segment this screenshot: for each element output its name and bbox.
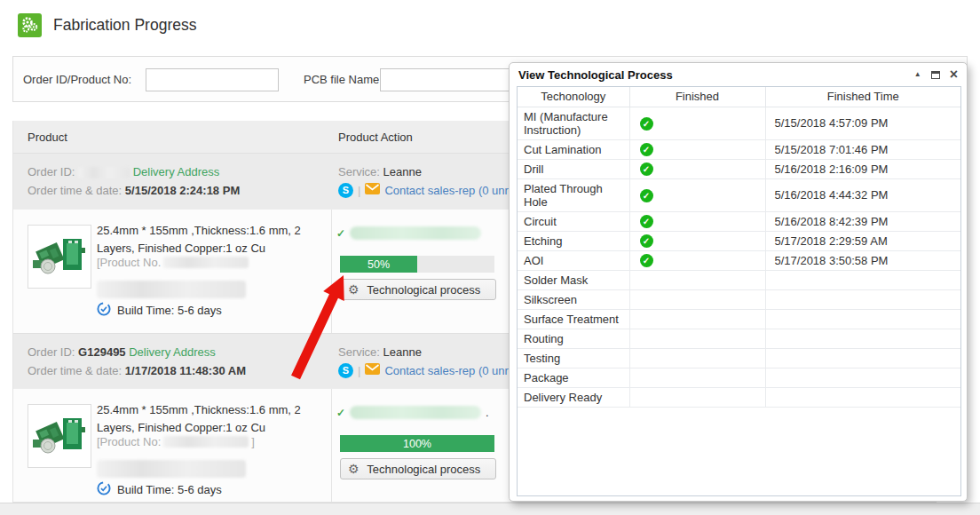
mail-icon[interactable] bbox=[365, 361, 380, 380]
process-row: Silkscreen bbox=[518, 289, 960, 309]
build-time-clock-icon bbox=[97, 481, 111, 498]
page-header: Fabrication Progress bbox=[18, 13, 196, 37]
delivery-address-link[interactable]: Delivery Address bbox=[133, 165, 220, 178]
process-finished-time bbox=[765, 289, 960, 309]
process-name: Solder Mask bbox=[518, 270, 629, 289]
process-finished-time bbox=[765, 387, 960, 407]
order-id-value: G129495 bbox=[78, 345, 126, 359]
progress-label: 50% bbox=[368, 258, 390, 271]
modal-title: View Technological Process bbox=[518, 68, 673, 82]
process-finished-time: 5/17/2018 3:50:58 PM bbox=[765, 250, 960, 270]
contact-sales-rep-link[interactable]: Contact sales-rep (0 unrea bbox=[384, 181, 521, 200]
process-table-body: MI (Manufacture Instruction) ✓ 5/15/2018… bbox=[518, 107, 960, 407]
build-time-text: Build Time: 5-6 days bbox=[117, 483, 222, 496]
product-no-close: ] bbox=[251, 435, 255, 448]
order-id-caption: Order ID: bbox=[28, 345, 75, 359]
process-name: Testing bbox=[518, 348, 629, 368]
process-row: Solder Mask bbox=[518, 270, 960, 289]
process-finished-cell: ✓ bbox=[629, 178, 765, 211]
page-title: Fabrication Progress bbox=[53, 16, 196, 35]
pcb-thumbnail bbox=[28, 404, 91, 468]
finished-check-icon: ✓ bbox=[640, 143, 653, 156]
process-name: Surface Treatment bbox=[518, 309, 629, 329]
finished-check-icon: ✓ bbox=[640, 162, 653, 176]
process-name: Silkscreen bbox=[518, 289, 629, 309]
process-name: Drill bbox=[518, 159, 629, 178]
technology-column-header: Techonology bbox=[518, 87, 629, 107]
process-finished-time bbox=[765, 270, 960, 289]
process-finished-cell: ✓ bbox=[629, 159, 765, 178]
pcb-thumbnail bbox=[28, 225, 91, 289]
pcb-file-label: PCB file Name: bbox=[304, 73, 383, 86]
process-name: Etching bbox=[518, 231, 629, 250]
skype-icon[interactable]: S bbox=[338, 183, 353, 198]
process-row: Surface Treatment bbox=[518, 309, 960, 329]
process-name: Delivery Ready bbox=[518, 387, 629, 407]
product-no-caption: [Product No. bbox=[97, 256, 161, 269]
process-row: Routing bbox=[518, 329, 960, 348]
process-row: Package bbox=[518, 368, 960, 387]
process-name: Circuit bbox=[518, 211, 629, 231]
technological-process-label: Technological process bbox=[360, 463, 488, 476]
process-name: MI (Manufacture Instruction) bbox=[518, 107, 629, 139]
finished-time-column-header: Finished Time bbox=[765, 87, 960, 107]
process-row: Plated Through Hole ✓ 5/16/2018 4:44:32 … bbox=[518, 178, 960, 211]
process-finished-cell bbox=[629, 387, 765, 407]
process-finished-cell: ✓ bbox=[629, 250, 765, 270]
process-finished-time: 5/15/2018 4:57:09 PM bbox=[765, 107, 960, 139]
process-finished-cell: ✓ bbox=[629, 211, 765, 231]
product-no-line: [Product No. bbox=[97, 256, 251, 269]
process-finished-time: 5/17/2018 2:29:59 AM bbox=[765, 231, 960, 250]
technological-process-button[interactable]: ⚙ Technological process bbox=[340, 458, 496, 479]
close-icon[interactable]: × bbox=[950, 67, 958, 82]
view-technological-process-modal: View Technological Process ▲ × Techonolo… bbox=[509, 62, 968, 502]
finished-check-icon: ✓ bbox=[640, 117, 653, 131]
redacted-product-no bbox=[163, 436, 249, 448]
process-finished-time bbox=[765, 309, 960, 329]
redacted-product-no bbox=[163, 257, 249, 268]
footer-strip bbox=[0, 503, 980, 515]
process-row: Drill ✓ 5/16/2018 2:16:09 PM bbox=[518, 159, 960, 178]
status-line: ✓ . bbox=[336, 406, 489, 419]
modal-titlebar: View Technological Process ▲ × bbox=[510, 63, 967, 86]
order-info: Order ID: G129495 Delivery Address Order… bbox=[28, 343, 246, 380]
progress-label: 100% bbox=[403, 438, 431, 450]
process-row: AOI ✓ 5/17/2018 3:50:58 PM bbox=[518, 250, 960, 270]
order-time-caption: Order time & date: bbox=[28, 364, 122, 377]
process-row: Cut Lamination ✓ 5/15/2018 7:01:46 PM bbox=[518, 139, 960, 159]
collapse-icon[interactable]: ▲ bbox=[914, 71, 921, 78]
technological-process-button[interactable]: ⚙ Technological process bbox=[340, 279, 496, 300]
progress-bar: 50% bbox=[340, 256, 494, 273]
process-row: Etching ✓ 5/17/2018 2:29:59 AM bbox=[518, 231, 960, 250]
maximize-icon[interactable] bbox=[931, 71, 940, 79]
status-check-icon: ✓ bbox=[336, 227, 345, 240]
service-name: Leanne bbox=[383, 165, 422, 178]
build-time-line: Build Time: 5-6 days bbox=[97, 302, 222, 319]
delivery-address-link[interactable]: Delivery Address bbox=[129, 345, 216, 359]
gear-icon: ⚙ bbox=[348, 463, 360, 475]
redacted-status-text bbox=[350, 226, 481, 240]
process-row: Testing bbox=[518, 348, 960, 368]
build-time-text: Build Time: 5-6 days bbox=[117, 304, 222, 317]
process-table-header-row: Techonology Finished Finished Time bbox=[518, 87, 960, 107]
status-check-icon: ✓ bbox=[336, 407, 345, 419]
order-id-input[interactable] bbox=[146, 68, 279, 91]
product-no-caption: [Product No: bbox=[97, 435, 161, 448]
service-caption: Service: bbox=[338, 165, 380, 178]
process-name: Package bbox=[518, 368, 629, 387]
process-finished-time: 5/16/2018 2:16:09 PM bbox=[765, 159, 960, 178]
process-name: Cut Lamination bbox=[518, 139, 629, 159]
mail-icon[interactable] bbox=[365, 181, 380, 200]
process-finished-cell bbox=[629, 289, 765, 309]
process-name: AOI bbox=[518, 250, 629, 270]
service-name: Leanne bbox=[383, 345, 422, 359]
product-specs: 25.4mm * 155mm ,Thickness:1.6 mm, 2 Laye… bbox=[97, 222, 329, 258]
contact-sales-rep-link[interactable]: Contact sales-rep (0 unrea bbox=[384, 361, 521, 380]
process-finished-time bbox=[765, 348, 960, 368]
process-finished-time bbox=[765, 329, 960, 348]
red-annotation-arrow bbox=[280, 266, 355, 384]
process-row: Delivery Ready bbox=[518, 387, 960, 407]
process-finished-time: 5/16/2018 8:42:39 PM bbox=[765, 211, 960, 231]
build-time-line: Build Time: 5-6 days bbox=[97, 481, 222, 498]
pcb-file-input[interactable] bbox=[380, 68, 513, 91]
